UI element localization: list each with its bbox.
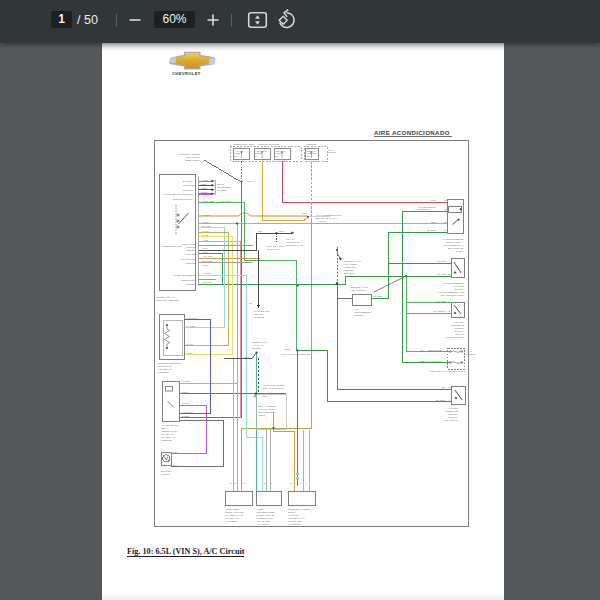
svg-text:HVAC: HVAC [466,350,472,352]
svg-text:ORN: ORN [431,221,437,224]
svg-text:L LT BLU: L LT BLU [202,272,211,274]
svg-text:D PNK: D PNK [182,402,190,405]
svg-text:BLK: BLK [258,230,263,233]
svg-text:B YEL: B YEL [187,352,194,354]
svg-text:L? DK GRN: L? DK GRN [202,200,214,202]
svg-text:A DK GRN: A DK GRN [202,255,213,257]
svg-text:MOTOR: MOTOR [161,473,170,476]
svg-text:C: C [270,482,272,484]
svg-text:(BEHIND OF DASH): (BEHIND OF DASH) [315,217,337,220]
svg-text:(C210): (C210) [258,414,266,417]
svg-text:OFF/OVERRIDE ELEMENT: OFF/OVERRIDE ELEMENT [164,193,194,196]
svg-text:UNDERHOOD FUSE: UNDERHOOD FUSE [233,143,254,145]
svg-text:FUSE: FUSE [275,152,282,154]
svg-text:RED: RED [420,360,425,363]
svg-text:A ORN: A ORN [201,179,208,181]
svg-text:C ORN: C ORN [182,380,190,383]
svg-text:A/C SPEED: A/C SPEED [184,283,196,285]
svg-text:A/C CONN): A/C CONN) [288,523,301,526]
svg-text:PNK: PNK [431,199,436,202]
svg-text:MODE SIGNAL: MODE SIGNAL [181,279,197,281]
svg-text:DK GRN: DK GRN [437,300,447,303]
svg-text:G LT BLU: G LT BLU [202,225,212,227]
svg-text:(LEFT REAR OF ENGINE COMP): (LEFT REAR OF ENGINE COMP) [430,370,467,373]
svg-text:BLK: BLK [245,356,250,358]
svg-text:E: E [235,482,237,484]
svg-text:L=CONNECTOR C200: L=CONNECTOR C200 [160,245,183,247]
svg-text:C BLK: C BLK [201,187,208,189]
svg-text:BLOWER SWITCH: BLOWER SWITCH [173,198,194,201]
svg-text:FUSE: FUSE [255,152,262,154]
svg-text:FUSE BLK: FUSE BLK [306,143,317,145]
svg-text:C TAN: C TAN [187,343,194,345]
svg-text:S213: S213 [284,348,290,351]
svg-text:E: E [300,482,302,484]
svg-text:J ORN: J ORN [202,221,209,223]
svg-text:FUSE 15: FUSE 15 [307,152,317,154]
svg-text:SYSTEM: SYSTEM [217,189,227,192]
svg-text:K LT GRN: K LT GRN [202,281,212,283]
svg-text:A/C-HTR: A/C-HTR [234,150,244,152]
svg-text:B: B [243,482,245,484]
svg-text:ORN: ORN [320,220,326,223]
svg-text:25A: 25A [234,155,239,157]
svg-text:E RED: E RED [182,415,190,418]
svg-text:S210: S210 [279,230,285,233]
svg-text:A/C TEMP/DR SENSOR: A/C TEMP/DR SENSOR [172,274,196,276]
svg-text:DK GRNHT: DK GRNHT [434,310,447,313]
svg-text:F: F [306,482,308,484]
svg-text:CB CIRCUIT: CB CIRCUIT [428,349,442,352]
svg-text:B: B [449,273,451,276]
svg-text:C210: C210 [262,395,268,397]
svg-text:25A: 25A [275,155,280,157]
svg-text:A DK BLU: A DK BLU [182,411,193,414]
svg-text:J GRY: J GRY [202,247,209,249]
svg-text:GROUND: GROUND [186,249,196,251]
svg-text:A: A [449,260,451,263]
svg-text:ILLUMINATION: ILLUMINATION [181,243,197,245]
svg-text:BATTERY: BATTERY [183,180,194,183]
svg-text:COMPRESSOR): COMPRESSOR) [446,336,464,339]
svg-text:CONTROL ASSEMBLY: CONTROL ASSEMBLY [155,299,180,302]
svg-text:CTR-HT: CTR-HT [307,150,316,152]
svg-text:M DK BLU: M DK BLU [187,317,198,319]
svg-text:IAC-COMP: IAC-COMP [255,150,267,152]
svg-text:TN: TN [420,349,423,352]
svg-text:PNK: PNK [173,451,178,453]
svg-text:CLG: CLG [329,149,334,151]
svg-text:BLOWN: BLOWN [252,347,261,350]
svg-text:CELL/NO: CELL/NO [187,246,197,248]
svg-text:(ON ACCUM): (ON ACCUM) [444,419,459,422]
svg-text:A/C ENABLE: A/C ENABLE [183,253,196,255]
svg-text:G: G [290,482,292,484]
svg-text:MODULE): MODULE) [158,371,169,374]
svg-text:(RIGHT REAR OF ENGINE): (RIGHT REAR OF ENGINE) [281,353,311,356]
svg-text:A/C CONN): A/C CONN) [257,523,270,526]
svg-text:BROWN/Y5: BROWN/Y5 [267,248,280,251]
svg-text:REAR (5302): REAR (5302) [351,289,365,292]
svg-text:N PNK: N PNK [201,191,208,193]
svg-text:C GRY: C GRY [202,264,209,266]
svg-text:DK GRN: DK GRN [373,295,383,298]
svg-text:B DK GRN: B DK GRN [202,260,213,262]
svg-text:MODULE): MODULE) [161,439,172,442]
svg-text:CA CIRCUIT: CA CIRCUIT [428,360,442,363]
svg-text:SYSTEM: SYSTEM [254,316,264,319]
svg-text:LL BRN: LL BRN [202,214,210,216]
svg-text:UNDRHD JUNCTION: UNDRHD JUNCTION [258,143,280,145]
svg-text:LT GRN: LT GRN [437,260,446,263]
svg-text:BRKOUT): BRKOUT) [344,272,355,275]
svg-text:BLK: BLK [441,386,446,389]
svg-text:B: B [449,386,451,389]
svg-text:A: A [259,482,261,484]
svg-text:Y PNK: Y PNK [202,239,209,241]
svg-text:20A: 20A [307,155,312,157]
svg-text:B BLK: B BLK [182,391,189,394]
svg-text:CLUTCH: CLUTCH [354,314,364,317]
svg-text:E YEL: E YEL [202,234,209,236]
svg-text:GND A2 OF SGNLS: GND A2 OF SGNLS [262,387,284,390]
svg-text:2A: 2A [255,155,258,157]
svg-text:A28: A28 [248,302,253,304]
svg-text:C100: C100 [247,180,253,183]
svg-text:HTR-CLG: HTR-CLG [275,150,285,152]
